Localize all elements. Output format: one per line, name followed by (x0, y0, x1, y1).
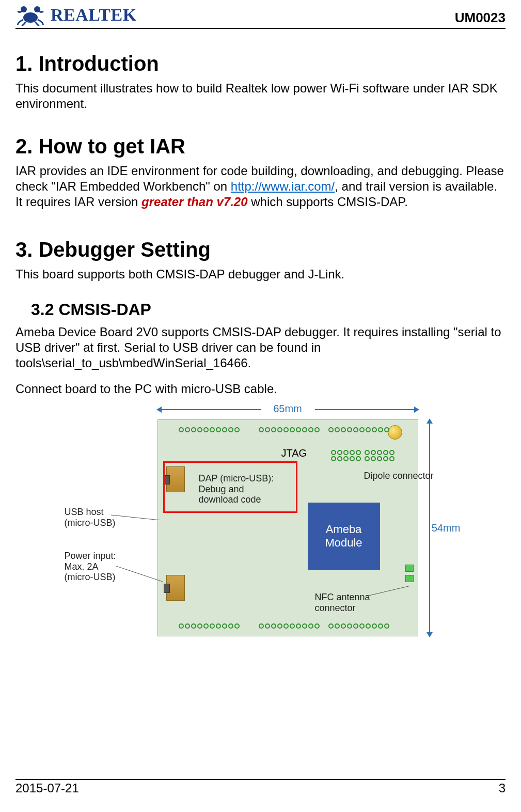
label-power-input: Power input: Max. 2A (micro-USB) (65, 551, 116, 583)
cmsis-paragraph-2: Connect board to the PC with micro-USB c… (15, 381, 506, 397)
svg-point-0 (23, 12, 38, 23)
iar-paragraph: IAR provides an IDE environment for code… (15, 163, 506, 210)
ameba-module-block: Ameba Module (308, 503, 380, 570)
brand-logo: REALTEK (15, 4, 137, 26)
module-label: Ameba Module (312, 523, 376, 550)
svg-line-3 (111, 515, 160, 520)
section-title: Debugger Setting (38, 238, 210, 261)
label-nfc: NFC antenna connector (315, 592, 370, 613)
label-jtag: JTAG (281, 447, 307, 459)
subsection-title: CMSIS-DAP (58, 300, 151, 319)
pin-row (259, 427, 320, 432)
heading-introduction: 1. Introduction (15, 52, 506, 75)
nfc-connector-icon (405, 565, 414, 582)
dipole-header-icon (365, 450, 394, 461)
svg-line-5 (367, 586, 411, 596)
label-dap: DAP (micro-USB): Debug and download code (199, 473, 281, 505)
board-figure: 65mm 54mm Ameba Module (65, 401, 457, 706)
jtag-header-icon (331, 450, 361, 461)
version-requirement: greater than v7.20 (141, 195, 247, 209)
iar-link[interactable]: http://www.iar.com/ (231, 179, 335, 193)
pin-row (259, 623, 320, 629)
heading-cmsis-dap: 3.2 CMSIS-DAP (31, 300, 506, 319)
brand-name: REALTEK (51, 5, 137, 25)
heading-debugger-setting: 3. Debugger Setting (15, 238, 506, 261)
dimension-width: 65mm (157, 403, 418, 415)
section-number: 1. (15, 52, 33, 75)
label-dipole: Dipole connector (364, 471, 434, 481)
dimension-width-value: 65mm (273, 403, 302, 414)
text: which supports CMSIS-DAP. (248, 195, 408, 209)
section-number: 2. (15, 135, 33, 158)
section-title: Introduction (38, 52, 159, 75)
svg-line-4 (116, 566, 163, 582)
footer-page-number: 3 (499, 781, 506, 795)
subsection-number: 3.2 (31, 300, 54, 319)
section-title: How to get IAR (38, 135, 185, 158)
pin-row (179, 623, 240, 629)
pin-row (328, 427, 389, 432)
section-number: 3. (15, 238, 33, 261)
pin-row (328, 623, 389, 629)
pin-row (179, 427, 240, 432)
page-header: REALTEK UM0023 (15, 0, 506, 29)
page: REALTEK UM0023 1. Introduction This docu… (0, 0, 521, 812)
intro-paragraph: This document illustrates how to build R… (15, 81, 506, 112)
label-usb-host: USB host (micro-USB) (65, 507, 116, 528)
dimension-height: 54mm (426, 419, 457, 636)
page-footer: 2015-07-21 3 (15, 779, 506, 795)
antenna-pad-icon (388, 425, 402, 440)
document-id: UM0023 (455, 10, 506, 26)
realtek-crab-icon (15, 4, 45, 26)
dimension-height-value: 54mm (432, 522, 461, 534)
debugger-intro-paragraph: This board supports both CMSIS-DAP debug… (15, 267, 506, 282)
cmsis-paragraph-1: Ameba Device Board 2V0 supports CMSIS-DA… (15, 324, 506, 371)
footer-date: 2015-07-21 (15, 781, 79, 795)
heading-how-to-get-iar: 2. How to get IAR (15, 135, 506, 158)
